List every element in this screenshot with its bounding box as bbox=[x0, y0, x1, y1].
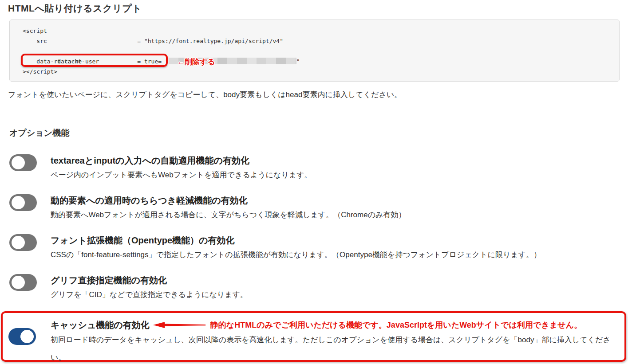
option-title: キャッシュ機能の有効化 bbox=[51, 320, 150, 330]
option-title: フォント拡張機能（Opentype機能）の有効化 bbox=[51, 235, 541, 246]
cache-option-highlight-box: キャッシュ機能の有効化 静的なHTMLのみでご利用いただける機能です。JavaS… bbox=[1, 311, 626, 362]
toggle-flicker-reduction[interactable] bbox=[9, 194, 37, 211]
toggle-knob bbox=[20, 330, 34, 343]
settings-page: HTMLへ貼り付けるスクリプト <script src = "https://f… bbox=[0, 0, 628, 364]
toggle-glyph-direct[interactable] bbox=[9, 274, 37, 291]
delete-annotation: ←削除する bbox=[177, 57, 215, 67]
code-line-user: data-rt-user = "" bbox=[23, 46, 619, 56]
section-divider bbox=[9, 116, 620, 116]
option-row-opentype: フォント拡張機能（Opentype機能）の有効化 CSSの「font-featu… bbox=[9, 234, 541, 260]
option-desc: 初回ロード時のデータをキャッシュし、次回以降の表示を高速化します。ただしこのオプ… bbox=[51, 331, 621, 364]
option-row-flicker-reduction: 動的要素への適用時のちらつき軽減機能の有効化 動的要素へWebフォントが適用され… bbox=[9, 194, 406, 220]
toggle-knob bbox=[12, 236, 25, 249]
code-line-user-suffix: " bbox=[296, 58, 300, 65]
toggle-knob bbox=[12, 276, 25, 289]
script-code-block: <script src = "https://font.realtype.jp/… bbox=[9, 20, 620, 82]
code-line-script-open: <script bbox=[23, 26, 619, 36]
page-title: HTMLへ貼り付けるスクリプト bbox=[8, 2, 142, 15]
toggle-knob bbox=[12, 156, 25, 169]
options-heading: オプション機能 bbox=[9, 127, 69, 139]
toggle-textarea-input[interactable] bbox=[9, 154, 37, 171]
cache-annotation: 静的なHTMLのみでご利用いただける機能です。JavaScriptを用いたWeb… bbox=[210, 320, 582, 330]
code-line-script-close: ></script> bbox=[23, 67, 619, 77]
option-desc: ページ内のインプット要素へもWebフォントを適用できるようになります。 bbox=[51, 170, 312, 180]
option-title: グリフ直接指定機能の有効化 bbox=[51, 275, 248, 286]
code-line-cache: data-rt-cache = true bbox=[23, 56, 619, 67]
instruction-text: フォントを使いたいページに、スクリプトタグをコピーして、body要素もしくはhe… bbox=[8, 90, 402, 100]
option-desc: CSSの「font-feature-settings」で指定したフォントの拡張機… bbox=[51, 250, 541, 260]
option-row-textarea-input: textareaとinputの入力への自動適用機能の有効化 ページ内のインプット… bbox=[9, 154, 312, 180]
option-title: 動的要素への適用時のちらつき軽減機能の有効化 bbox=[51, 195, 406, 206]
left-arrow-icon bbox=[151, 321, 207, 329]
toggle-cache[interactable] bbox=[8, 328, 36, 345]
option-desc: グリフを「CID」などで直接指定できるようになります。 bbox=[51, 290, 248, 300]
option-row-glyph-direct: グリフ直接指定機能の有効化 グリフを「CID」などで直接指定できるようになります… bbox=[9, 274, 248, 300]
toggle-opentype[interactable] bbox=[9, 234, 37, 251]
option-desc: 動的要素へWebフォントが適用される場合に、文字がちらつく現象を軽減します。（C… bbox=[51, 210, 406, 220]
code-line-src: src = "https://font.realtype.jp/api/scri… bbox=[23, 36, 619, 46]
option-title: textareaとinputの入力への自動適用機能の有効化 bbox=[51, 155, 312, 166]
toggle-knob bbox=[12, 196, 25, 209]
